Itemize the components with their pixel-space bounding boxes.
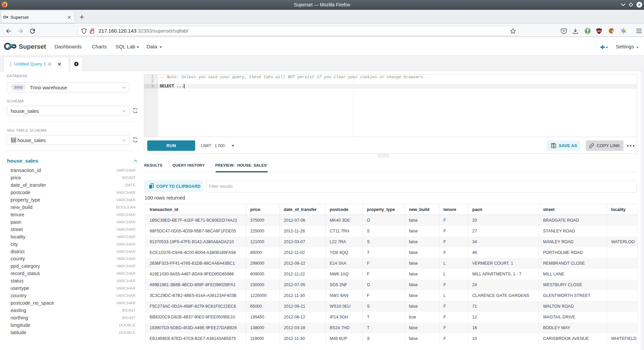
- svg-text:UO: UO: [597, 30, 601, 33]
